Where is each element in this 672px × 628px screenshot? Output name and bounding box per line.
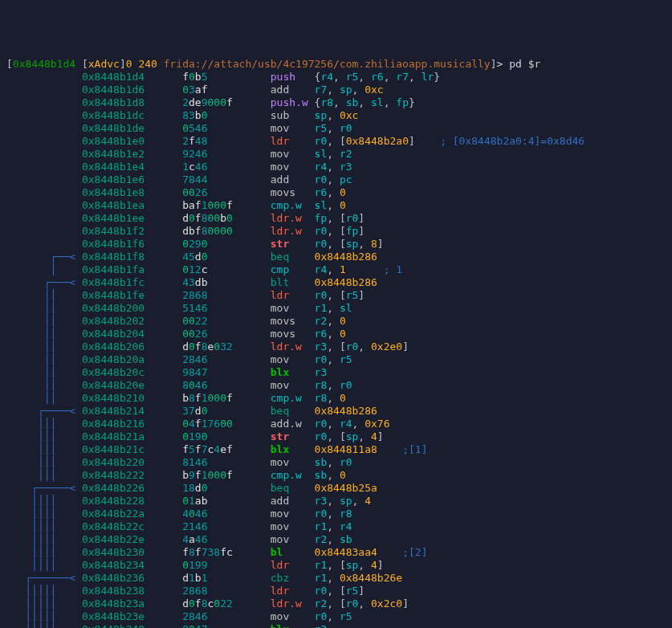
hex-bytes: 8046 [182,379,207,391]
disasm-row: 0x8448b1f2 dbf80000 ldr.w r0, [fp] [6,225,666,238]
operands: 0x8448b286 [315,276,377,288]
disasm-row: ┌───< 0x8448b1fc 43db blt 0x8448b286 [6,276,666,289]
instr-addr: 0x8448b22a [82,508,145,520]
instr-addr: 0x8448b216 [82,418,145,430]
disasm-row: 0x8448b1ee d0f800b0 ldr.w fp, [r0] [6,212,666,225]
prompt-addr: 0x8448b1d4 [13,58,75,70]
hex-bytes: 9047 [182,623,207,628]
hex-bytes: 01ab [182,495,207,507]
instr-addr: 0x8448b20a [82,353,145,365]
instr-addr: 0x8448b21c [82,443,145,455]
hex-bytes: b9f1000f [182,469,233,481]
disasm-row: 0x8448b1e0 2f48 ldr r0, [0x8448b2a0] ; [… [6,135,666,148]
operands: r6, 0 [315,186,346,198]
disasm-row: │││││ 0x8448b23a d0f8c022 ldr.w r2, [r0,… [6,597,666,610]
hex-bytes: 012c [182,263,207,275]
operands: r2, [r0, 0x2c0] [315,597,409,610]
instr-addr: 0x8448b238 [82,585,145,597]
mnemonic: ldr [271,585,289,597]
disasm-row: │││││ 0x8448b238 2868 ldr r0, [r5] [6,585,666,597]
instr-addr: 0x8448b23a [82,597,145,610]
hex-bytes: 9246 [182,148,207,160]
instr-addr: 0x8448b210 [82,392,145,404]
hex-bytes: 2de9000f [182,96,233,108]
hex-bytes: d0f8e032 [182,341,233,353]
hex-bytes: 4046 [182,508,207,520]
operands: r5, r0 [315,122,352,134]
hex-bytes: f0b5 [182,71,207,83]
mnemonic: sub [271,109,289,121]
instr-addr: 0x8448b1f6 [82,238,145,250]
disasm-row: ││ 0x8448b20e 8046 mov r8, r0 [6,379,666,392]
hex-bytes: 2146 [182,520,207,532]
operands: sl, 0 [315,199,346,211]
hex-bytes: 37d0 [182,405,207,417]
operands: r0, [r5] [315,585,365,597]
mnemonic: movs [271,186,295,198]
instr-addr: 0x8448b1fc [82,276,145,288]
mnemonic: add [271,495,289,507]
instr-addr: 0x8448b1d6 [82,84,145,96]
disasm-row: ││││ 0x8448b22c 2146 mov r1, r4 [6,520,666,533]
operands: 0x844811a8 [315,443,377,455]
mnemonic: mov [271,122,289,134]
operands: r3 [315,366,328,378]
instr-addr: 0x8448b228 [82,495,145,507]
mnemonic: mov [271,148,289,160]
instr-addr: 0x8448b1e0 [82,135,145,147]
hex-bytes: 2846 [182,353,207,365]
instr-addr: 0x8448b1e4 [82,161,145,173]
disasm-row: ┌──< 0x8448b1f8 45d0 beq 0x8448b286 [6,251,666,263]
hex-bytes: 2868 [182,289,207,301]
disasm-row: ││││ 0x8448b22a 4046 mov r0, r8 [6,508,666,520]
mnemonic: cmp.w [271,392,302,404]
instr-addr: 0x8448b1ee [82,212,145,224]
instr-addr: 0x8448b1e8 [82,186,145,198]
command-input[interactable]: pd $r [509,58,540,70]
operands: 0x8448b286 [315,251,377,263]
operands: sb, r0 [315,456,352,468]
operands: {r4, r5, r6, r7, lr} [315,71,441,83]
mnemonic: blt [271,276,289,288]
operands: r0, [r5] [315,289,365,301]
mnemonic: bl [271,546,283,558]
disasm-row: ││││ 0x8448b22e 4a46 mov r2, sb [6,533,666,546]
mnemonic: mov [271,353,289,365]
operands: r0, r4, 0x76 [315,418,390,430]
instr-addr: 0x8448b1de [82,122,145,134]
disasm-row: ││││ 0x8448b230 f8f738fc bl 0x84483aa4 ;… [6,546,666,559]
disasm-row: 0x8448b1e6 7844 add r0, pc [6,173,666,186]
hex-bytes: 5146 [182,302,207,314]
hex-bytes: 0199 [182,559,207,571]
disasm-row: 0x8448b1d8 2de9000f push.w {r8, sb, sl, … [6,96,666,109]
hex-bytes: 03af [182,84,207,96]
hex-bytes: 2f48 [182,135,207,147]
instr-addr: 0x8448b226 [82,482,145,494]
mnemonic: beq [271,405,289,417]
operands: r8, r0 [315,379,352,391]
prompt-open: [ [6,58,13,70]
operands: r0, r5 [315,353,352,365]
disasm-row: │││ 0x8448b21a 0190 str r0, [sp, 4] [6,430,666,443]
instr-addr: 0x8448b204 [82,328,145,340]
disasm-row: ││││ 0x8448b228 01ab add r3, sp, 4 [6,495,666,508]
instr-addr: 0x8448b1d8 [82,96,145,108]
mnemonic: blx [271,443,289,455]
hex-bytes: 04f17600 [182,418,233,430]
disasm-row: ││ 0x8448b20a 2846 mov r0, r5 [6,353,666,366]
frida-url: frida://attach/usb/4c197256/com.zhiliaoa… [164,58,491,70]
mnemonic: blx [271,366,289,378]
hex-bytes: d1b1 [182,572,207,584]
hex-bytes: 8146 [182,456,207,468]
mnemonic: mov [271,161,289,173]
hex-bytes: f8f738fc [182,546,233,558]
disasm-row: │││ 0x8448b216 04f17600 add.w r0, r4, 0x… [6,418,666,430]
mnemonic: ldr [271,289,289,301]
instr-addr: 0x8448b22e [82,533,145,545]
operands: r1, 0x8448b26e [315,572,403,584]
disasm-row: ┌─────< 0x8448b226 18d0 beq 0x8448b25a [6,482,666,495]
instr-addr: 0x8448b240 [82,623,145,628]
operands: 0x84483aa4 [315,546,377,558]
operands: 0x8448b25a [315,482,377,494]
hex-bytes: 9847 [182,366,207,378]
